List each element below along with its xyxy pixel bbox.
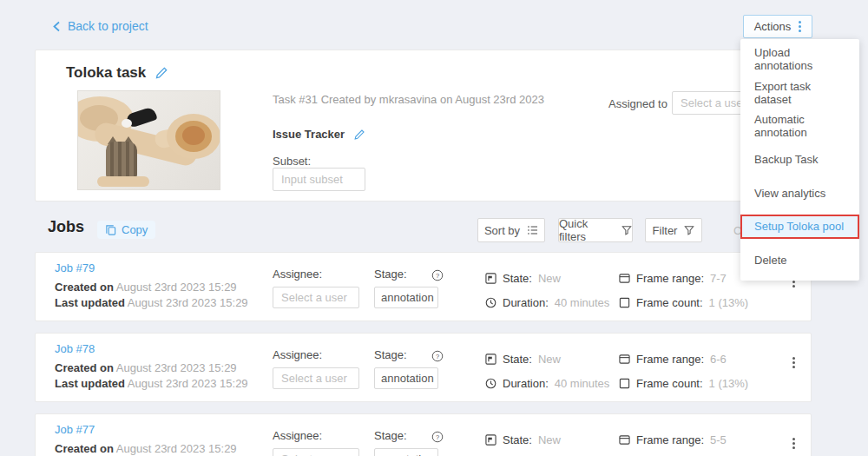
filter-funnel-icon xyxy=(684,225,694,235)
frame-count-value: 1 (13%) xyxy=(709,377,749,390)
job-card: Job #77 Created on August 23rd 2023 15:2… xyxy=(35,413,812,456)
state-flag-icon xyxy=(485,434,496,446)
state-column: State: New Duration: 40 minutes xyxy=(485,352,609,390)
assignee-column: Assignee: xyxy=(273,268,359,308)
job-dates: Created on August 23rd 2023 15:29 Last u… xyxy=(55,441,248,456)
svg-text:?: ? xyxy=(436,272,439,280)
stage-column: Stage: annotation xyxy=(374,429,438,456)
frame-range-label: Frame range: xyxy=(636,433,704,446)
job-assignee-input[interactable] xyxy=(273,367,359,389)
state-label: State: xyxy=(503,353,532,366)
quick-filters-label: Quick filters xyxy=(559,217,615,243)
frame-range-label: Frame range: xyxy=(636,272,704,285)
last-updated-value: August 23rd 2023 15:29 xyxy=(128,377,248,390)
duration-label: Duration: xyxy=(503,377,549,390)
frame-range-label: Frame range: xyxy=(636,353,704,366)
sort-by-button[interactable]: Sort by xyxy=(477,218,545,242)
job-link[interactable]: Job #79 xyxy=(55,261,95,274)
job-menu-button[interactable] xyxy=(792,438,795,449)
frame-range-value: 7-7 xyxy=(710,272,727,285)
filter-button[interactable]: Filter xyxy=(645,218,702,242)
frames-column: Frame range: 7-7 Frame count: 1 (13%) xyxy=(619,271,748,309)
created-on-value: August 23rd 2023 15:29 xyxy=(116,281,237,294)
copy-jobs-button[interactable]: Copy xyxy=(97,221,155,239)
menu-item-setup-toloka-pool[interactable]: Setup Toloka pool xyxy=(740,215,859,239)
edit-pencil-icon[interactable] xyxy=(353,129,365,141)
created-on-label: Created on xyxy=(55,442,114,455)
job-dates: Created on August 23rd 2023 15:29 Last u… xyxy=(55,360,248,392)
state-flag-icon xyxy=(485,354,496,365)
state-value[interactable]: New xyxy=(538,353,561,366)
state-value[interactable]: New xyxy=(538,433,561,446)
state-column: State: New Duration: 40 minutes xyxy=(485,271,609,309)
stage-value: annotation xyxy=(381,453,434,456)
menu-item-export-task-dataset[interactable]: Export task dataset xyxy=(740,76,859,110)
job-assignee-input[interactable] xyxy=(273,448,359,456)
stage-select[interactable]: annotation xyxy=(374,287,438,308)
actions-dropdown-menu: Upload annotations Export task dataset A… xyxy=(740,39,859,281)
menu-item-upload-annotations[interactable]: Upload annotations xyxy=(740,43,859,76)
state-column: State: New Duration: 40 minutes xyxy=(485,433,609,456)
task-meta-text: Task #31 Created by mkrasavina on August… xyxy=(273,93,544,106)
quick-filters-button[interactable]: Quick filters xyxy=(558,218,633,242)
filter-funnel-icon xyxy=(621,225,632,235)
duration-clock-icon xyxy=(485,297,496,308)
created-on-value: August 23rd 2023 15:29 xyxy=(116,361,237,374)
subset-label: Subset: xyxy=(273,155,311,168)
frame-count-value: 1 (13%) xyxy=(709,296,749,309)
frame-range-value: 5-5 xyxy=(710,433,727,446)
menu-item-automatic-annotation[interactable]: Automatic annotation xyxy=(740,109,859,143)
menu-item-delete[interactable]: Delete xyxy=(740,243,859,277)
duration-label: Duration: xyxy=(503,296,549,309)
sort-by-label: Sort by xyxy=(484,224,520,237)
last-updated-value: August 23rd 2023 15:29 xyxy=(128,296,248,309)
duration-clock-icon xyxy=(485,378,496,389)
job-link[interactable]: Job #78 xyxy=(55,342,95,355)
job-link[interactable]: Job #77 xyxy=(55,423,95,436)
actions-button[interactable]: Actions xyxy=(743,15,812,38)
created-on-label: Created on xyxy=(55,361,114,374)
issue-tracker-row: Issue Tracker xyxy=(273,128,365,141)
menu-item-backup-task[interactable]: Backup Task xyxy=(740,143,859,177)
edit-pencil-icon[interactable] xyxy=(155,66,168,80)
task-summary-card: Toloka task Task #31 Created by mkrasavi… xyxy=(35,50,859,202)
state-flag-icon xyxy=(485,273,496,284)
copy-icon xyxy=(105,224,116,235)
created-on-label: Created on xyxy=(55,281,114,294)
job-menu-button[interactable] xyxy=(792,357,795,368)
ordered-list-icon xyxy=(527,225,538,235)
state-value[interactable]: New xyxy=(538,272,561,285)
stage-select[interactable]: annotation xyxy=(374,448,438,456)
issue-tracker-label: Issue Tracker xyxy=(273,128,345,141)
frames-column: Frame range: 6-6 Frame count: 1 (13%) xyxy=(619,352,748,390)
filter-label: Filter xyxy=(653,224,678,237)
job-assignee-input[interactable] xyxy=(273,287,359,308)
help-circle-icon[interactable]: ? xyxy=(431,269,444,281)
stage-label: Stage: xyxy=(374,268,438,281)
help-circle-icon[interactable]: ? xyxy=(431,350,444,362)
frame-range-value: 6-6 xyxy=(710,353,727,366)
assigned-to-label: Assigned to xyxy=(608,97,667,110)
back-link-label: Back to project xyxy=(68,19,148,33)
stage-label: Stage: xyxy=(374,429,438,442)
back-to-project-link[interactable]: Back to project xyxy=(52,19,148,33)
frame-count-icon xyxy=(619,378,630,389)
stage-select[interactable]: annotation xyxy=(374,367,438,389)
task-page: Back to project Actions Toloka task Task… xyxy=(0,0,868,456)
job-dates: Created on August 23rd 2023 15:29 Last u… xyxy=(55,280,248,311)
assignee-label: Assignee: xyxy=(273,429,359,442)
assignee-label: Assignee: xyxy=(273,268,359,281)
menu-item-view-analytics[interactable]: View analytics xyxy=(740,176,859,210)
state-label: State: xyxy=(503,433,532,446)
subset-input[interactable] xyxy=(273,168,365,191)
subset-field[interactable] xyxy=(273,168,365,191)
frame-range-icon xyxy=(619,354,630,365)
stage-value: annotation xyxy=(381,372,434,385)
task-title: Toloka task xyxy=(66,64,146,82)
frame-range-icon xyxy=(619,273,630,284)
stage-column: Stage: annotation xyxy=(374,268,438,308)
frame-count-label: Frame count: xyxy=(636,296,703,309)
ellipsis-vertical-icon xyxy=(799,21,801,32)
frame-range-icon xyxy=(619,434,630,446)
help-circle-icon[interactable]: ? xyxy=(431,431,444,443)
